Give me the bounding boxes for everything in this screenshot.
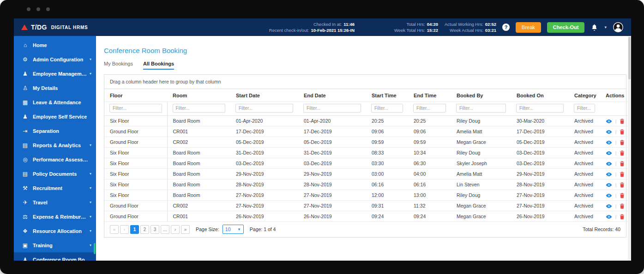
sidebar-item-admin-configuration[interactable]: ⚙Admin Configuration▾	[14, 52, 96, 66]
sidebar-item-home[interactable]: ⌂Home	[14, 38, 96, 52]
column-header-category[interactable]: Category	[569, 89, 600, 102]
filter-input-start-time[interactable]	[371, 104, 403, 113]
view-icon[interactable]	[606, 129, 612, 135]
column-header-start-date[interactable]: Start Date	[230, 89, 298, 102]
pager-button-nav-6[interactable]: ›	[171, 225, 180, 234]
help-icon[interactable]: ?	[502, 24, 510, 31]
cell: Archived	[569, 158, 600, 169]
delete-icon[interactable]	[620, 214, 625, 220]
table-row[interactable]: Six FloorBoard Room28-Nov-201928-Nov-201…	[104, 179, 628, 190]
cell: 27-Nov-2019	[230, 201, 298, 211]
user-avatar[interactable]	[613, 22, 624, 33]
sidebar-item-label: Resource Allocation	[33, 228, 82, 234]
brand-logo[interactable]: T/DG DIGITAL HRMS	[21, 24, 88, 31]
filter-input-end-date[interactable]	[303, 104, 361, 113]
column-header-floor[interactable]: Floor	[104, 89, 167, 102]
delete-icon[interactable]	[620, 161, 625, 167]
delete-icon[interactable]	[620, 193, 625, 198]
sidebar-item-recruitment[interactable]: ⚒Recruitment▾	[14, 181, 96, 195]
filter-cell-end-time	[408, 102, 451, 116]
sidebar-item-my-details[interactable]: ♙My Details	[14, 81, 96, 95]
sidebar-item-employee-self-service[interactable]: ♟Employee Self Service	[14, 109, 96, 124]
notifications-bell-icon[interactable]	[590, 24, 598, 31]
delete-icon[interactable]	[620, 119, 625, 124]
main-scrollbar[interactable]	[628, 36, 631, 261]
table-row[interactable]: Ground FloorCR00117-Dec-201917-Dec-20190…	[104, 126, 628, 137]
sidebar-item-employee-management[interactable]: ♟Employee Management▾	[14, 66, 96, 81]
table-row[interactable]: Six FloorBoard Room27-Nov-201927-Nov-201…	[104, 190, 628, 201]
table-row[interactable]: Ground FloorCR00227-Nov-201927-Nov-20190…	[104, 201, 628, 211]
sidebar-item-resource-allocation[interactable]: ❖Resource Allocation▾	[14, 224, 96, 238]
sidebar-item-expense-reimbursement[interactable]: ⚖Expense & Reimbursement▾	[14, 209, 96, 224]
cell: 09:59	[366, 137, 408, 148]
table-row[interactable]: Six FloorBoard Room03-Dec-201903-Dec-201…	[104, 158, 628, 169]
pager-button-nav-7[interactable]: »	[181, 225, 190, 234]
break-button[interactable]: Break	[516, 22, 541, 33]
window-dot	[46, 7, 50, 11]
sidebar-item-performance-assessment[interactable]: ◎Performance Assessment	[14, 152, 96, 167]
column-header-booked-by[interactable]: Booked By	[451, 89, 511, 102]
table-row[interactable]: Six FloorBoard Room01-Apr-202001-Apr-202…	[104, 116, 628, 126]
table-row[interactable]: Ground FloorCR00205-Dec-201905-Dec-20190…	[104, 137, 628, 148]
app-body: ⌂Home⚙Admin Configuration▾♟Employee Mana…	[14, 36, 631, 261]
view-icon[interactable]	[606, 182, 612, 188]
table-row[interactable]: Six FloorBoard Room29-Nov-201929-Nov-201…	[104, 169, 628, 179]
pager-button-3[interactable]: 3	[150, 225, 159, 234]
checkout-button[interactable]: Check-Out	[547, 22, 585, 33]
column-header-actions[interactable]: Actions	[600, 89, 628, 102]
pager-button-nav-1[interactable]: ‹	[120, 225, 129, 234]
pager-button-nav-5[interactable]: ...	[161, 225, 169, 234]
delete-icon[interactable]	[620, 140, 625, 145]
sidebar-item-training[interactable]: ▣Training▾	[14, 238, 96, 252]
column-header-end-time[interactable]: End Time	[408, 89, 451, 102]
group-by-dropzone[interactable]: Drag a column header here to group by th…	[104, 75, 626, 89]
sidebar-scrollbar-thumb[interactable]	[94, 243, 96, 254]
delete-icon[interactable]	[620, 150, 625, 156]
pager-button-1[interactable]: 1	[130, 225, 139, 234]
filter-input-room[interactable]	[173, 104, 226, 113]
view-icon[interactable]	[606, 214, 612, 220]
pager-button-nav-0[interactable]: «	[110, 225, 119, 234]
sidebar-item-label: My Details	[33, 85, 58, 91]
view-icon[interactable]	[606, 193, 612, 198]
time-stats: Checked In at:11:46Recent check-in/out:1…	[269, 21, 496, 33]
delete-icon[interactable]	[620, 203, 625, 209]
filter-input-category[interactable]	[574, 104, 595, 113]
tab-all-bookings[interactable]: All Bookings	[143, 61, 174, 70]
filter-input-start-date[interactable]	[235, 104, 293, 113]
column-header-end-date[interactable]: End Date	[298, 89, 366, 102]
table-row[interactable]: Six FloorBoard Room31-Dec-201931-Dec-201…	[104, 148, 628, 158]
scrollbar-thumb[interactable]	[628, 37, 631, 79]
cell: Archived	[569, 116, 600, 126]
filter-input-booked-by[interactable]	[456, 104, 506, 113]
column-header-booked-on[interactable]: Booked On	[511, 89, 569, 102]
delete-icon[interactable]	[620, 182, 625, 188]
view-icon[interactable]	[606, 119, 612, 124]
delete-icon[interactable]	[620, 172, 625, 177]
sidebar-item-policy-documents[interactable]: ▤Policy Documents▾	[14, 167, 96, 181]
time-stats-group: Total Hrs:04:20Week Total Hrs:15:22	[394, 21, 438, 33]
page-size-select[interactable]: 10 ▼	[223, 225, 244, 234]
sidebar-item-separation[interactable]: ⇥Separation	[14, 124, 96, 138]
pager-button-2[interactable]: 2	[140, 225, 149, 234]
view-icon[interactable]	[606, 150, 612, 156]
view-icon[interactable]	[606, 203, 612, 209]
view-icon[interactable]	[606, 140, 612, 145]
filter-input-booked-on[interactable]	[516, 104, 564, 113]
chevron-down-icon[interactable]: ▾	[604, 25, 607, 30]
filter-input-end-time[interactable]	[413, 104, 446, 113]
sidebar-item-reports-analytics[interactable]: ▤Reports & Analytics▾	[14, 138, 96, 152]
sidebar-item-leave-attendance[interactable]: ▦Leave & Attendance	[14, 95, 96, 109]
filter-input-floor[interactable]	[109, 104, 162, 113]
table-row[interactable]: Ground FloorCR00126-Nov-201926-Nov-20190…	[104, 211, 628, 222]
delete-icon[interactable]	[620, 129, 625, 135]
cell: 27-Nov-2019	[298, 190, 366, 201]
column-header-room[interactable]: Room	[167, 89, 230, 102]
view-icon[interactable]	[606, 161, 612, 167]
view-icon[interactable]	[606, 172, 612, 177]
action-separator: |	[615, 161, 616, 166]
sidebar-item-conference-room-booking[interactable]: ♟Conference Room Booking	[14, 252, 96, 261]
column-header-start-time[interactable]: Start Time	[366, 89, 408, 102]
tab-my-bookings[interactable]: My Bookings	[104, 61, 133, 70]
sidebar-item-travel[interactable]: ✈Travel▾	[14, 195, 96, 209]
